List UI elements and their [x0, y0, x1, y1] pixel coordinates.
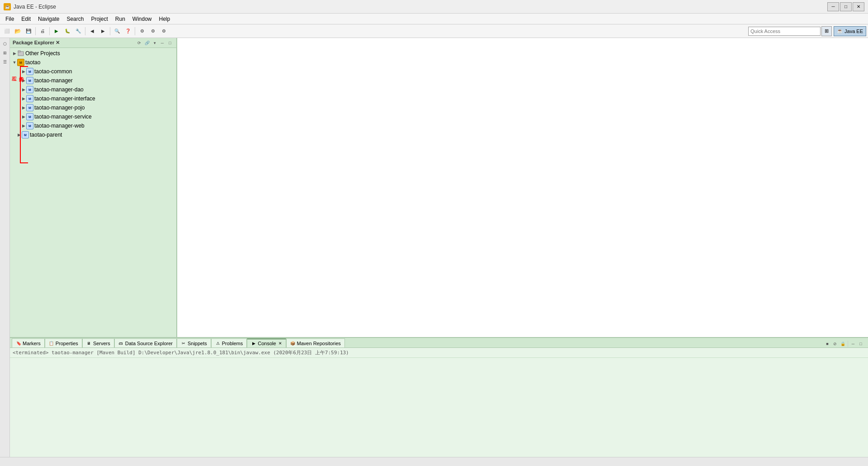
toolbar-nav-prev[interactable]: ◀ [87, 26, 97, 36]
tab-snippets[interactable]: ✂ Snippets [177, 338, 211, 347]
tab-problems[interactable]: ⚠ Problems [211, 338, 247, 347]
tree-item-taotao-manager[interactable]: ▶ M taotao-manager [10, 76, 176, 85]
minimize-button[interactable]: ─ [827, 2, 839, 11]
tree-item-other-projects[interactable]: ▶ Other Projects [10, 49, 176, 58]
tree-item-taotao-manager-dao[interactable]: ▶ M taotao-manager-dao [10, 85, 176, 94]
tab-servers-label: Servers [93, 341, 110, 346]
toolbar-debug[interactable]: 🐛 [62, 26, 72, 36]
menu-file[interactable]: File [2, 15, 18, 23]
other-projects-icon [17, 50, 24, 57]
toggle-taotao-manager-web[interactable]: ▶ [21, 123, 26, 128]
toolbar-help[interactable]: ❓ [123, 26, 133, 36]
menu-navigate[interactable]: Navigate [34, 15, 63, 23]
bottom-panel-clear[interactable]: ⊘ [831, 340, 839, 347]
bottom-panel-stop[interactable]: ■ [824, 340, 831, 347]
close-button[interactable]: ✕ [853, 2, 864, 11]
toolbar-run[interactable]: ▶ [52, 26, 61, 36]
console-status-line: <terminated> taotao-manager [Maven Build… [10, 348, 868, 358]
eclipse-icon: ☕ [4, 3, 11, 10]
toolbar: ⬜ 📂 💾 🖨 ▶ 🐛 🔧 ◀ ▶ 🔍 ❓ ⚙ ⚙ ⚙ ⊞ ☕ Java EE [0, 24, 868, 38]
tree-item-taotao-parent[interactable]: ▶ M taotao-parent [10, 130, 176, 139]
tab-console[interactable]: ▶ Console ✕ [247, 338, 286, 347]
toggle-taotao[interactable]: ▼ [12, 60, 17, 65]
taotao-common-icon: M [26, 68, 33, 75]
main-layout: ⬡ ⊞ ☰ Package Explorer ✕ ⟳ 🔗 ▾ ─ □ 许多的 工… [0, 38, 868, 466]
toolbar-search[interactable]: 🔍 [112, 26, 122, 36]
toolbar-save[interactable]: 💾 [24, 26, 33, 36]
bottom-panel-max[interactable]: □ [857, 340, 864, 347]
toolbar-extra-3[interactable]: ⚙ [159, 26, 169, 36]
tab-servers[interactable]: 🖥 Servers [82, 338, 114, 347]
tree-item-taotao[interactable]: ▼ M taotao [10, 58, 176, 67]
panel-min-btn[interactable]: ─ [159, 39, 166, 47]
tab-problems-label: Problems [222, 341, 243, 346]
perspective-javaee[interactable]: ☕ Java EE [834, 26, 866, 36]
menu-search[interactable]: Search [63, 15, 87, 23]
tab-maven-repos[interactable]: 📦 Maven Repositories [286, 338, 345, 347]
panel-max-btn[interactable]: □ [166, 39, 174, 47]
toggle-taotao-manager-pojo[interactable]: ▶ [21, 105, 26, 110]
panel-menu-btn[interactable]: ▾ [151, 39, 158, 47]
servers-icon: 🖥 [86, 341, 92, 346]
toggle-taotao-manager[interactable]: ▶ [21, 78, 26, 83]
menu-run[interactable]: Run [112, 15, 129, 23]
perspective-open[interactable]: ⊞ [821, 26, 832, 36]
console-close-icon[interactable]: ✕ [278, 341, 282, 346]
side-icon-1[interactable]: ⬡ [1, 40, 9, 48]
tab-console-label: Console [258, 341, 276, 346]
toolbar-sep-5 [135, 27, 135, 35]
menu-window[interactable]: Window [129, 15, 156, 23]
problems-icon: ⚠ [215, 341, 221, 346]
window-controls: ─ □ ✕ [827, 2, 864, 11]
toolbar-sep-4 [110, 27, 110, 35]
tree-item-taotao-manager-interface[interactable]: ▶ M taotao-manager-interface [10, 94, 176, 103]
tree-item-taotao-manager-web[interactable]: ▶ M taotao-manager-web [10, 121, 176, 130]
menu-help[interactable]: Help [156, 15, 174, 23]
panel-sync-btn[interactable]: ⟳ [136, 39, 143, 47]
tree-item-taotao-manager-service[interactable]: ▶ M taotao-manager-service [10, 112, 176, 121]
toolbar-new[interactable]: ⬜ [2, 26, 12, 36]
title-bar-left: ☕ Java EE - Eclipse [4, 3, 56, 10]
menu-edit[interactable]: Edit [18, 15, 34, 23]
quick-access-input[interactable] [748, 27, 821, 36]
tree-item-taotao-manager-pojo[interactable]: ▶ M taotao-manager-pojo [10, 103, 176, 112]
toolbar-print[interactable]: 🖨 [38, 26, 47, 36]
taotao-manager-service-icon: M [26, 113, 33, 120]
toggle-taotao-manager-interface[interactable]: ▶ [21, 96, 26, 101]
bottom-panel-min[interactable]: ─ [849, 340, 857, 347]
toggle-taotao-parent[interactable]: ▶ [16, 132, 22, 138]
taotao-manager-web-label: taotao-manager-web [34, 123, 85, 129]
bottom-panel-sep [848, 341, 848, 347]
snippets-icon: ✂ [181, 341, 186, 346]
tab-maven-repos-label: Maven Repositories [297, 341, 341, 346]
toolbar-extra-1[interactable]: ⚙ [137, 26, 147, 36]
panel-link-btn[interactable]: 🔗 [143, 39, 151, 47]
tab-snippets-label: Snippets [188, 341, 207, 346]
taotao-manager-interface-label: taotao-manager-interface [34, 95, 95, 102]
toolbar-sep-3 [85, 27, 85, 35]
toolbar-perspective-area: ⊞ ☕ Java EE [821, 26, 866, 36]
taotao-manager-interface-icon: M [26, 95, 33, 102]
tab-markers[interactable]: 🔖 Markers [12, 338, 45, 347]
properties-icon: 📋 [49, 341, 54, 346]
toolbar-nav-next[interactable]: ▶ [98, 26, 108, 36]
maximize-button[interactable]: □ [840, 2, 852, 11]
toolbar-open[interactable]: 📂 [13, 26, 23, 36]
toolbar-sep-2 [49, 27, 50, 35]
tab-data-source[interactable]: 🗃 Data Source Explorer [114, 338, 177, 347]
toggle-other-projects[interactable]: ▶ [12, 51, 17, 56]
taotao-manager-pojo-label: taotao-manager-pojo [34, 105, 85, 111]
bottom-panel-scroll-lock[interactable]: 🔒 [839, 340, 846, 347]
tab-properties[interactable]: 📋 Properties [45, 338, 82, 347]
toggle-taotao-manager-service[interactable]: ▶ [21, 114, 26, 119]
tree-item-taotao-common[interactable]: ▶ M taotao-common [10, 67, 176, 76]
menu-project[interactable]: Project [87, 15, 111, 23]
side-icon-2[interactable]: ⊞ [1, 49, 9, 57]
toolbar-extra-2[interactable]: ⚙ [148, 26, 158, 36]
toggle-taotao-common[interactable]: ▶ [21, 69, 26, 74]
toolbar-ext-tools[interactable]: 🔧 [73, 26, 83, 36]
tab-properties-label: Properties [56, 341, 78, 346]
side-icon-3[interactable]: ☰ [1, 58, 9, 66]
other-projects-label: Other Projects [25, 50, 60, 57]
toggle-taotao-manager-dao[interactable]: ▶ [21, 87, 26, 92]
